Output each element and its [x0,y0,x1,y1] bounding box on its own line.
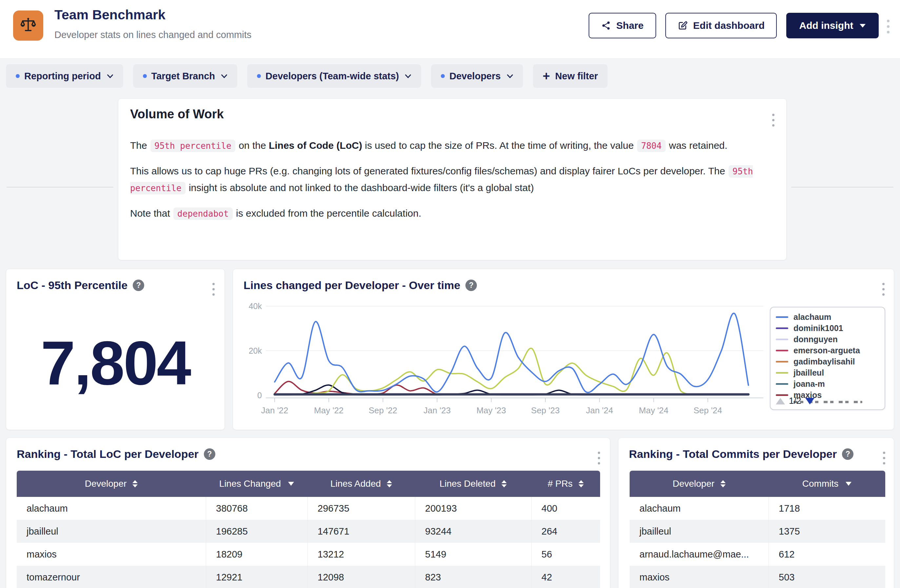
legend-label: dominik1001 [793,324,843,333]
card-kebab-menu-icon[interactable] [882,283,884,296]
table-row[interactable]: maxios503 [630,566,885,588]
legend-pagination: 1/2 [776,396,815,406]
table-row[interactable]: jbailleul19628514767193244264 [17,520,600,543]
help-icon[interactable]: ? [204,448,215,460]
table-row[interactable]: arnaud.lachaume@mae...612 [630,543,885,566]
legend-page-indicator: 1/2 [789,396,801,406]
card-title: Ranking - Total Commits per Developer [629,448,837,461]
column-header-developer[interactable]: Developer [17,471,206,497]
table-row[interactable]: tomazernour129211209882342 [17,566,600,588]
ranking-total-commits-card: Ranking - Total Commits per Developer ? … [618,438,894,588]
card-title: Volume of Work [130,107,224,121]
table-cell: 612 [768,543,885,566]
legend-item-dominik1001[interactable]: dominik1001 [776,323,884,334]
legend-swatch [776,350,788,351]
page-subtitle: Developer stats on lines changed and com… [54,29,251,40]
help-icon[interactable]: ? [842,448,853,460]
table-cell: alachaum [17,497,206,520]
svg-text:Jan '22: Jan '22 [261,405,288,415]
svg-text:Jan '24: Jan '24 [586,405,613,415]
ranking-loc-table: DeveloperLines ChangedLines AddedLines D… [17,471,600,588]
sort-icon [579,480,584,487]
legend-swatch [776,338,788,340]
legend-item-alachaum[interactable]: alachaum [776,311,884,323]
help-icon[interactable]: ? [466,279,477,291]
svg-text:Sep '23: Sep '23 [531,405,559,415]
legend-item-donnguyen[interactable]: donnguyen [776,334,884,345]
table-cell: 12921 [206,566,307,588]
text-span: is excluded from the percentile calculat… [233,208,422,219]
loc-95th-percentile-value: 7,804 [6,324,225,402]
help-icon[interactable]: ? [133,279,144,291]
volume-of-work-body: The 95th percentile on the Lines of Code… [130,137,774,231]
table-cell: 296735 [307,497,415,520]
column-header--prs[interactable]: # PRs [531,471,600,497]
card-kebab-menu-icon[interactable] [213,283,215,296]
table-row[interactable]: alachaum1718 [630,497,885,520]
legend-page-down-icon[interactable] [805,398,815,405]
text-span: The [130,140,150,151]
share-button[interactable]: Share [589,13,656,38]
filter-pill-label: Reporting period [24,71,101,82]
edit-dashboard-button-label: Edit dashboard [693,20,765,31]
filter-pill-target-branch[interactable]: Target Branch [133,64,237,88]
chevron-down-icon [221,74,228,78]
sort-icon [501,480,507,487]
table-cell: 1375 [768,520,885,543]
table-row[interactable]: maxios1820913212514956 [17,543,600,566]
column-header-lines-deleted[interactable]: Lines Deleted [415,471,531,497]
text-span: is used to cap the size of PRs. At the t… [362,140,636,151]
legend-item-joana-m[interactable]: joana-m [776,378,884,389]
chart-legend: alachaumdominik1001donnguyenemerson-argu… [770,307,885,410]
table-cell: 147671 [307,520,415,543]
table-cell: 823 [415,566,531,588]
table-cell: 380768 [206,497,307,520]
card-title-row: Ranking - Total Commits per Developer ? [629,448,853,461]
filter-pill-label: Target Branch [151,71,215,82]
table-cell: maxios [17,543,206,566]
table-row[interactable]: jbailleul1375 [630,520,885,543]
card-title-row: LoC - 95th Percentile ? [17,279,144,292]
text-span: This allows us to cap huge PRs (e.g. cha… [130,166,728,176]
svg-text:0: 0 [257,391,262,400]
table-cell: 42 [531,566,600,588]
column-header-commits[interactable]: Commits [768,471,885,497]
caret-down-icon [860,24,866,28]
column-header-lines-changed[interactable]: Lines Changed [206,471,307,497]
table-cell: alachaum [630,497,768,520]
table-cell: 18209 [206,543,307,566]
card-kebab-menu-icon[interactable] [772,114,774,127]
svg-text:May '24: May '24 [639,405,668,415]
legend-item-emerson-argueta[interactable]: emerson-argueta [776,345,884,356]
header-kebab-menu-icon[interactable] [887,20,889,33]
column-header-label: # PRs [548,478,573,489]
text-span: insight is absolute and not linked to th… [186,182,534,193]
share-icon [601,21,611,31]
sort-icon [387,480,392,487]
svg-text:Sep '24: Sep '24 [694,405,722,415]
table-cell: tomazernour [17,566,206,588]
card-kebab-menu-icon[interactable] [883,451,885,464]
table-cell: 200193 [415,497,531,520]
code-span: 7804 [637,140,666,152]
filter-pill-developers[interactable]: Developers [431,64,523,88]
add-insight-button[interactable]: Add insight [786,13,879,38]
filter-pill-reporting-period[interactable]: Reporting period [6,64,123,88]
card-title-row: Ranking - Total LoC per Developer ? [17,448,215,461]
svg-text:20k: 20k [249,346,262,355]
column-header-developer[interactable]: Developer [630,471,768,497]
legend-item-jbailleul[interactable]: jbailleul [776,367,884,378]
legend-item-gadimbaylisahil[interactable]: gadimbaylisahil [776,356,884,367]
legend-page-up-icon[interactable] [776,398,785,405]
table-row[interactable]: alachaum380768296735200193400 [17,497,600,520]
card-kebab-menu-icon[interactable] [598,451,600,464]
new-filter-button[interactable]: + New filter [533,64,608,88]
legend-swatch [776,372,788,374]
legend-swatch [776,383,788,385]
filter-pill-label: Developers [449,71,500,82]
legend-swatch [776,327,788,329]
sort-desc-icon [846,482,852,486]
column-header-lines-added[interactable]: Lines Added [307,471,415,497]
edit-dashboard-button[interactable]: Edit dashboard [665,13,777,38]
filter-pill-developers-team-wide-stats-[interactable]: Developers (Team-wide stats) [247,64,421,88]
